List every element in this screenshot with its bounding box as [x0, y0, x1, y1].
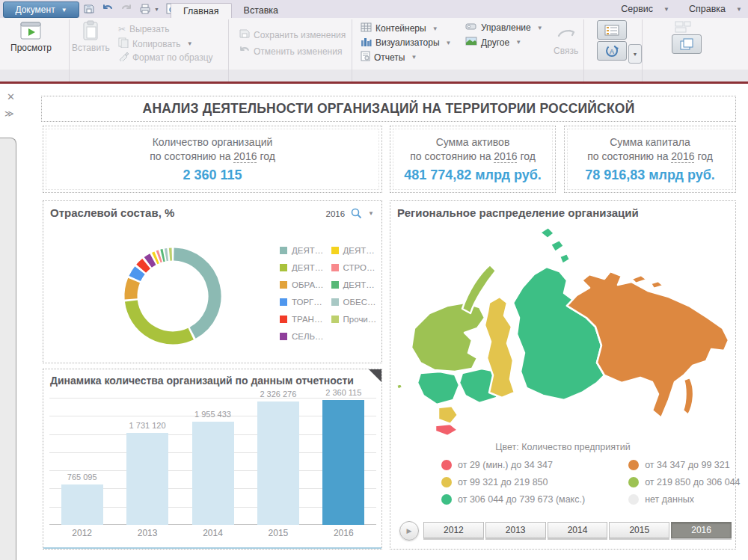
copy-button: Копировать ▼: [118, 37, 193, 50]
auto-refresh-caret-icon[interactable]: ▼: [628, 44, 642, 64]
tab-glavnaya[interactable]: Главная: [171, 3, 232, 19]
view-settings-button[interactable]: [597, 20, 627, 40]
map-region-island-2[interactable]: [551, 240, 564, 252]
cascade-icon: [679, 37, 694, 51]
page-title: АНАЛИЗ ДЕЯТЕЛЬНОСТИ ОРГАНИЗАЦИЙ НА ТЕРРИ…: [143, 101, 635, 117]
menu-servis[interactable]: Сервис ▼: [621, 4, 669, 14]
magnifier-icon[interactable]: [351, 208, 362, 219]
legend-swatch-icon: [280, 316, 287, 323]
map-region-kaliningrad[interactable]: [396, 384, 402, 390]
map-region-island-ne2[interactable]: [651, 281, 663, 289]
map-region-island-3[interactable]: [560, 253, 570, 264]
tab-vstavka[interactable]: Вставка: [232, 3, 290, 18]
play-button[interactable]: ▶: [399, 521, 419, 541]
document-menu-label: Документ: [15, 4, 55, 15]
chevron-down-icon[interactable]: ▼: [368, 210, 374, 217]
kpi-count-year[interactable]: 2016: [233, 150, 257, 163]
kpi-assets-title: Сумма активов по состоянию на 2016 год: [410, 135, 536, 164]
containers-button[interactable]: Контейнеры ▼: [361, 22, 438, 34]
management-label: Управление: [481, 22, 531, 33]
sector-composition-panel[interactable]: Отраслевой состав, % 2016 ▼ ДЕЯТ…ДЕЯТ…ОБ…: [43, 200, 382, 363]
year-button-2016[interactable]: 2016: [671, 522, 732, 538]
map-region-severnaya-zemlya[interactable]: [540, 227, 554, 239]
kpi-assets-year[interactable]: 2016: [494, 150, 517, 163]
ribbon-group-labels: Документ Буфер обмена Данные Вставка Вид…: [0, 70, 748, 81]
map-legend-title: Цвет: Количество предприятий: [390, 442, 735, 452]
undo-icon: [239, 45, 250, 58]
year-button-2012[interactable]: 2012: [423, 522, 484, 538]
donut-legend-item-2: ОБРА…: [280, 280, 324, 289]
donut-legend-label: СТРО…: [343, 263, 375, 272]
map-region-sakhalin[interactable]: [683, 378, 693, 415]
dynamics-panel[interactable]: Динамика количества организаций по данны…: [43, 369, 382, 550]
map-legend: от 29 (мин.) до 34 347от 99 321 до 219 8…: [441, 460, 741, 505]
legend-dot-icon: [441, 460, 452, 470]
donut-segment-0: [174, 254, 215, 333]
donut-legend-label: Прочи…: [343, 315, 377, 324]
clipboard-icon: [79, 21, 102, 40]
donut-year-label: 2016: [325, 209, 345, 218]
cascade-blocks-button[interactable]: [672, 34, 702, 54]
close-icon[interactable]: ✕: [7, 91, 15, 102]
visualizers-button[interactable]: Визуализаторы ▼: [361, 37, 452, 49]
map-legend-label: от 219 850 до 306 044: [645, 477, 740, 487]
report-title-block[interactable]: АНАЛИЗ ДЕЯТЕЛЬНОСТИ ОРГАНИЗАЦИЙ НА ТЕРРИ…: [41, 96, 736, 122]
map-legend-label: от 29 (мин.) до 34 347: [458, 460, 553, 470]
undo-icon[interactable]: [101, 2, 114, 16]
management-button[interactable]: Управление ▼: [465, 22, 543, 33]
link-label: Связь: [554, 46, 578, 56]
donut-legend-item-6: ДЕЯТ…: [331, 246, 377, 255]
cut-button: ✂ Вырезать: [118, 24, 169, 34]
visualizers-label: Визуализаторы: [375, 37, 440, 48]
kpi-assets-value: 481 774,82 млрд руб.: [404, 167, 542, 183]
regional-map-panel[interactable]: Региональное распределение организаций: [390, 200, 736, 550]
save-icon[interactable]: [82, 2, 96, 16]
kpi-capital-year[interactable]: 2016: [671, 150, 694, 163]
chevron-down-icon: ▼: [736, 6, 742, 13]
format-painter-label: Формат по образцу: [132, 52, 213, 63]
donut-legend-label: СЕЛЬ…: [292, 332, 324, 341]
donut-segment-3: [135, 270, 140, 278]
bar-value-label: 765 095: [49, 473, 114, 481]
year-button-2015[interactable]: 2015: [609, 522, 669, 538]
panel-corner-marker-icon: [369, 369, 381, 382]
kpi-card-capital[interactable]: Сумма капитала по состоянию на 2016 год …: [564, 126, 736, 193]
collapsed-side-panel[interactable]: [0, 138, 16, 560]
map-region-northwest[interactable]: [411, 303, 485, 372]
year-button-2013[interactable]: 2013: [485, 522, 546, 538]
year-button-2014[interactable]: 2014: [548, 522, 608, 538]
tab-glavnaya-label: Главная: [183, 6, 219, 16]
gridline: [49, 398, 376, 399]
donut-legend-item-10: Прочи…: [331, 315, 377, 324]
preview-label: Просмотр: [10, 43, 52, 53]
expand-panel-icon[interactable]: ≫: [4, 108, 14, 119]
legend-swatch-icon: [331, 298, 339, 306]
auto-refresh-button[interactable]: A: [597, 41, 627, 61]
reports-button[interactable]: Отчеты ▼: [361, 51, 417, 64]
report-page-icon: [361, 51, 370, 64]
x-tick-label: 2012: [49, 528, 114, 538]
bar-panel-title: Динамика количества организаций по данны…: [50, 375, 354, 387]
chevron-down-icon: ▼: [515, 39, 521, 46]
auto-refresh-icon: A: [604, 44, 619, 58]
menu-spravka[interactable]: Справка ▼: [689, 4, 742, 14]
list-view-icon: [604, 25, 619, 36]
map-region-island-ne1[interactable]: [631, 275, 647, 283]
map-legend-item-5: нет данных: [628, 494, 740, 505]
map-region-central[interactable]: [417, 372, 459, 404]
print-options-caret-icon[interactable]: ▼: [154, 7, 159, 12]
document-menu-button[interactable]: Документ ▼: [3, 1, 79, 18]
preview-button[interactable]: Просмотр: [10, 21, 52, 53]
kpi-card-assets[interactable]: Сумма активов по состоянию на 2016 год 4…: [390, 126, 556, 193]
donut-legend-label: ОБЕС…: [343, 298, 376, 307]
print-icon[interactable]: [138, 2, 152, 16]
other-button[interactable]: Другое ▼: [465, 37, 521, 48]
chevron-down-icon: ▼: [411, 54, 417, 61]
redo-icon: [120, 2, 133, 16]
map-region-south[interactable]: [438, 406, 458, 424]
scissors-icon: ✂: [118, 24, 126, 34]
map-region-caucasus[interactable]: [435, 424, 458, 436]
chevron-down-icon: ▼: [663, 6, 669, 13]
save-changes-button: Сохранить изменения: [239, 28, 346, 41]
kpi-card-count[interactable]: Количество организаций по состоянию на 2…: [43, 126, 382, 193]
